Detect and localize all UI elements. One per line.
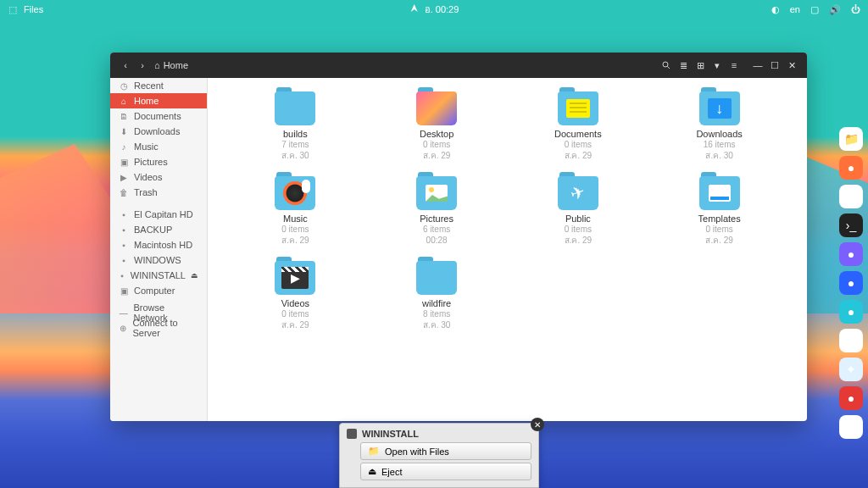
open-with-files-button[interactable]: 📁 Open with Files — [360, 442, 531, 460]
dock-item-app-teal[interactable]: ● — [839, 300, 863, 324]
drive-icon: ▪ — [119, 255, 129, 265]
folder-grid[interactable]: builds7 itemsส.ค. 30Desktop0 itemsส.ค. 2… — [208, 78, 807, 421]
home-icon: ⌂ — [154, 60, 160, 70]
drive-icon — [347, 429, 357, 439]
trash-icon: 🗑 — [119, 187, 129, 197]
eject-button[interactable]: ⏏ Eject — [360, 463, 531, 480]
sidebar-item-music[interactable]: ♪Music — [110, 139, 207, 154]
folder-icon — [699, 176, 740, 210]
folder-name: Public — [565, 214, 591, 224]
maximize-button[interactable]: ☐ — [766, 57, 783, 74]
view-grid-button[interactable]: ⊞ — [692, 57, 709, 74]
sidebar-item-videos[interactable]: ▶Videos — [110, 169, 207, 185]
dock-item-files[interactable]: 📁 — [839, 127, 863, 151]
folder-music[interactable]: Music0 itemsส.ค. 29 — [225, 176, 366, 261]
folder-icon — [416, 261, 457, 295]
music-icon: ♪ — [119, 141, 129, 152]
folder-videos[interactable]: ▶Videos0 itemsส.ค. 29 — [225, 261, 366, 346]
folder-documents[interactable]: Documents0 itemsส.ค. 29 — [508, 92, 649, 176]
dock-item-chrome[interactable]: ◉ — [839, 185, 863, 208]
titlebar[interactable]: ‹ › ⌂ Home ≣ ⊞ ▾ ≡ — ☐ ✕ — [110, 53, 807, 78]
folder-name: Downloads — [696, 129, 742, 139]
sidebar-item-trash[interactable]: 🗑Trash — [110, 185, 207, 200]
sidebar-drive-el-capitan-hd[interactable]: ▪El Capitan HD — [110, 207, 207, 222]
close-button[interactable]: ✕ — [783, 57, 800, 74]
sidebar-drive-macintosh-hd[interactable]: ▪Macintosh HD — [110, 237, 207, 252]
sidebar-item-documents[interactable]: 🗎Documents — [110, 108, 207, 124]
pic-icon: ▣ — [119, 157, 129, 167]
folder-pictures[interactable]: Pictures6 items00:28 — [366, 176, 508, 261]
folder-meta: 8 itemsส.ค. 30 — [423, 308, 450, 330]
folder-meta: 0 itemsส.ค. 29 — [281, 224, 309, 246]
keyboard-lang[interactable]: en — [790, 4, 800, 14]
folder-meta: 0 itemsส.ค. 29 — [423, 139, 450, 161]
folder-wildfire[interactable]: wildfire8 itemsส.ค. 30 — [366, 261, 508, 346]
sidebar-drive-wininstall[interactable]: ▪WININSTALL⏏ — [110, 268, 207, 283]
folder-name: Desktop — [420, 129, 453, 139]
distro-logo-icon[interactable] — [409, 3, 420, 15]
folder-icon — [275, 176, 315, 210]
power-icon[interactable]: ⏻ — [849, 3, 861, 15]
vid-icon: ▶ — [119, 172, 129, 182]
drive-icon: ▪ — [119, 240, 129, 250]
folder-meta: 7 itemsส.ค. 30 — [281, 139, 309, 161]
sidebar-item-pictures[interactable]: ▣Pictures — [110, 154, 207, 169]
dock-item-chromium[interactable]: ◉ — [839, 415, 863, 439]
folder-desktop[interactable]: Desktop0 itemsส.ค. 29 — [366, 92, 508, 176]
sidebar-drive-backup[interactable]: ▪BACKUP — [110, 222, 207, 237]
search-button[interactable] — [658, 57, 675, 74]
folder-icon: ▶ — [275, 261, 315, 295]
activities-icon[interactable]: ⬚ — [7, 3, 19, 15]
accessibility-icon[interactable]: ◐ — [770, 3, 782, 15]
nav-back-button[interactable]: ‹ — [117, 57, 134, 74]
dock-item-firefox[interactable]: ● — [839, 156, 863, 180]
breadcrumb[interactable]: ⌂ Home — [154, 60, 188, 70]
dock-item-photos[interactable]: ✿ — [839, 329, 863, 352]
dock-item-app-purple[interactable]: ● — [839, 242, 863, 266]
sidebar-connect[interactable]: ⊕Connect to Server — [110, 320, 207, 336]
svg-point-0 — [663, 62, 668, 67]
folder-templates[interactable]: Templates0 itemsส.ค. 29 — [648, 176, 790, 261]
drive-icon: ▪ — [119, 225, 129, 235]
sidebar-drive-windows[interactable]: ▪WINDOWS — [110, 252, 207, 268]
folder-meta: 0 itemsส.ค. 29 — [281, 308, 309, 330]
drive-icon: ▪ — [119, 209, 129, 219]
folder-icon — [416, 176, 457, 210]
clock-icon: ◷ — [119, 80, 129, 91]
folder-name: Documents — [554, 129, 602, 139]
folder-icon: ✈ — [558, 176, 598, 210]
dock-item-terminal[interactable]: ›_ — [839, 214, 863, 237]
folder-builds[interactable]: builds7 itemsส.ค. 30 — [225, 92, 366, 176]
computer-icon: ▣ — [119, 286, 129, 296]
volume-icon[interactable]: 🔊 — [829, 3, 841, 15]
nav-forward-button[interactable]: › — [134, 57, 151, 74]
folder-downloads[interactable]: ↓Downloads16 itemsส.ค. 30 — [648, 92, 790, 176]
hamburger-menu-button[interactable]: ≡ — [726, 57, 743, 74]
sidebar-item-home[interactable]: ⌂Home — [110, 93, 207, 108]
dock-item-app-blue[interactable]: ● — [839, 271, 863, 295]
folder-name: Pictures — [420, 214, 453, 224]
files-icon: 📁 — [368, 446, 380, 457]
folder-meta: 0 itemsส.ค. 29 — [565, 139, 592, 161]
doc-icon: 🗎 — [119, 111, 129, 121]
folder-icon — [558, 92, 598, 125]
eject-icon[interactable]: ⏏ — [191, 271, 198, 280]
network-icon: — — [119, 308, 128, 318]
notification-close-button[interactable]: ✕ — [531, 418, 544, 431]
view-dropdown-button[interactable]: ▾ — [709, 57, 726, 74]
view-list-button[interactable]: ≣ — [675, 57, 692, 74]
dock-item-app-red[interactable]: ● — [839, 386, 863, 410]
active-app-label[interactable]: Files — [24, 4, 43, 14]
folder-public[interactable]: ✈Public0 itemsส.ค. 29 — [508, 176, 649, 261]
folder-name: Videos — [281, 298, 309, 308]
sidebar-item-recent[interactable]: ◷Recent — [110, 78, 207, 93]
mount-notification: ✕ WININSTALL 📁 Open with Files ⏏ Eject — [339, 423, 539, 488]
network-icon[interactable]: ▢ — [809, 3, 821, 15]
dock-item-safari[interactable]: ✦ — [839, 358, 863, 381]
sidebar-item-downloads[interactable]: ⬇Downloads — [110, 124, 207, 139]
minimize-button[interactable]: — — [749, 57, 766, 74]
sidebar-computer[interactable]: ▣Computer — [110, 283, 207, 298]
drive-icon: ▪ — [119, 270, 125, 280]
top-panel: ⬚ Files อ. 00:29 ◐ en ▢ 🔊 ⏻ — [0, 0, 868, 19]
clock-label[interactable]: อ. 00:29 — [425, 2, 459, 17]
